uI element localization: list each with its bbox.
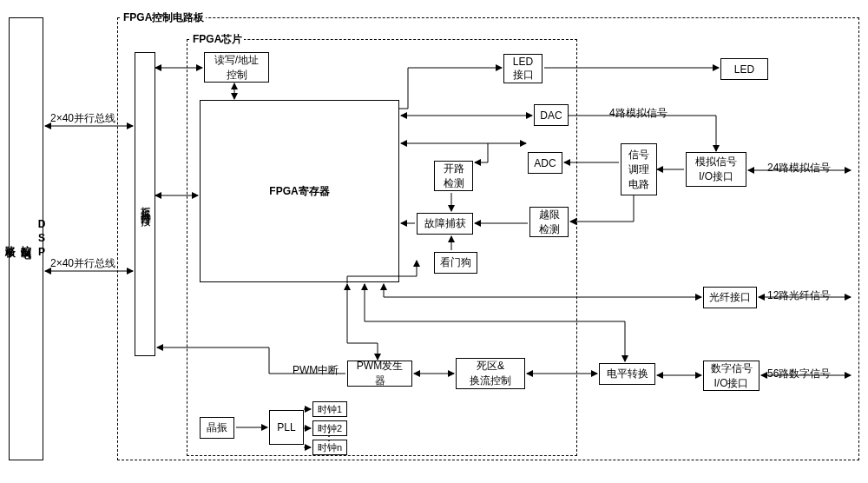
dac: DAC <box>534 104 569 126</box>
diagram-canvas: DSP 控制电 路板 FPGA控制电路板 板至板并行接口 FPGA芯片 读写/地… <box>0 0 868 483</box>
open-detect: 开路 检测 <box>434 161 473 191</box>
watchdog: 看门狗 <box>434 252 477 274</box>
b2b-interface-label: 板至板并行接口 <box>138 198 153 210</box>
sig-24analog: 24路模拟信号 <box>766 161 832 175</box>
pwm-int-label: PWM中断 <box>291 363 340 378</box>
digital-io: 数字信号 I/O接口 <box>703 361 760 391</box>
pll: PLL <box>269 410 304 445</box>
sig-12fiber: 12路光纤信号 <box>766 288 832 303</box>
b2b-interface: 板至板并行接口 <box>135 52 155 356</box>
fiber-interface: 光纤接口 <box>703 287 757 308</box>
led: LED <box>720 58 768 80</box>
deadzone-ctrl: 死区& 换流控制 <box>456 358 525 389</box>
osc: 晶振 <box>200 417 234 439</box>
bus-top-label: 2×40并行总线 <box>49 111 117 126</box>
vdots-icon: ⋮ <box>323 434 334 438</box>
fpga-board-title: FPGA控制电路板 <box>122 10 206 25</box>
sig-56digital: 56路数字信号 <box>766 367 832 381</box>
sig-4analog: 4路模拟信号 <box>608 106 669 121</box>
bus-bottom-label: 2×40并行总线 <box>49 256 117 271</box>
signal-cond: 信号 调理 电路 <box>621 143 657 195</box>
dsp-board-label: DSP 控制电 路板 <box>3 218 49 260</box>
led-interface: LED 接口 <box>503 54 542 83</box>
pwm-gen: PWM发生器 <box>347 361 412 387</box>
over-limit: 越限 检测 <box>529 207 569 237</box>
fault-capture: 故障捕获 <box>417 213 473 235</box>
adc: ADC <box>528 152 562 174</box>
rw-addr-ctrl: 读写/地址 控制 <box>204 52 269 83</box>
fpga-chip-title: FPGA芯片 <box>191 32 244 47</box>
fpga-register: FPGA寄存器 <box>200 100 399 282</box>
level-conversion: 电平转换 <box>599 363 655 385</box>
dsp-board: DSP 控制电 路板 <box>9 17 43 460</box>
clock1: 时钟1 <box>312 401 347 417</box>
analog-io: 模拟信号 I/O接口 <box>686 152 746 187</box>
